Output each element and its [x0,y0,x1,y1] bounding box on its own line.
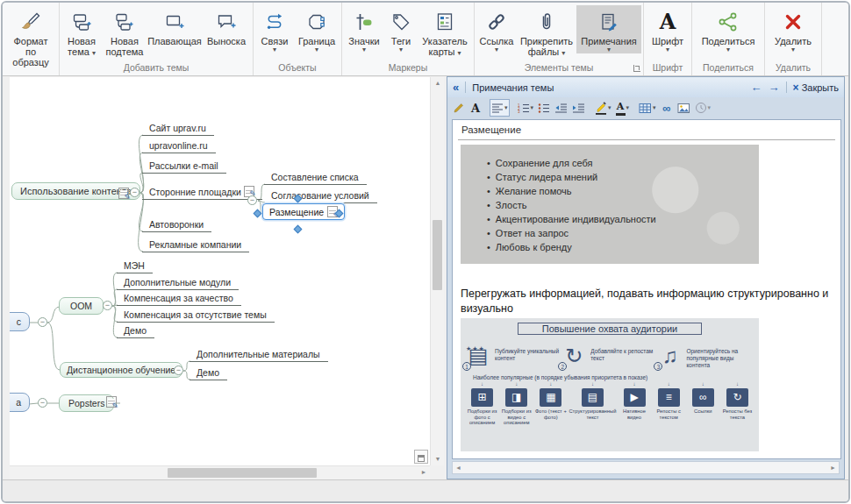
format-painter-icon[interactable] [451,99,467,117]
collapse-toggle[interactable]: − [38,317,47,327]
fit-map-icon [418,455,425,462]
new-subtopic-button[interactable]: Новая подтема [102,5,147,58]
attach-files-button[interactable]: Прикрепить файлы ▾ [517,5,576,60]
dropdown-caret-icon: ▾ [298,46,335,53]
format-painter-label: Формат по образцу [12,36,48,67]
close-icon: × [793,82,799,94]
collapse-toggle[interactable]: − [174,366,183,375]
font-color-icon[interactable]: A▾ [614,99,632,117]
scroll-left-arrow[interactable]: ◄ [455,465,461,471]
nav-forward-icon[interactable]: → [769,81,780,94]
floating-topic-label: Плавающая [147,36,202,46]
collapse-toggle[interactable]: − [38,398,47,408]
note-editor[interactable]: Размещение •Сохранение для себя •Статус … [452,119,841,459]
dropdown-caret-icon: ▾ [652,46,683,53]
infographic-title: Повышение охвата аудитории [518,323,702,335]
topic-notes-icon[interactable] [118,188,129,199]
close-panel-button[interactable]: × Закрыть [793,82,839,94]
fit-map-button[interactable] [414,450,428,464]
repost-no-text-icon: ↻ [726,388,748,407]
topic-list-making[interactable]: Составление списка [264,172,367,185]
floating-topic-button[interactable]: Плавающая [147,5,202,47]
topic-notes-icon[interactable] [106,396,117,408]
topic-modules[interactable]: Дополнительные модули [117,277,239,290]
topic-materials[interactable]: Дополнительные материалы [190,349,328,362]
topic-comp-no-topic[interactable]: Компенсация за отсутствие темы [117,309,275,323]
dropdown-caret-icon: ▾ [561,49,565,57]
new-topic-button[interactable]: Новая тема ▾ [61,5,102,60]
repost-with-text-icon: ≡ [658,388,680,407]
topic-upravonline[interactable]: upravonline.ru [142,140,216,153]
note-image-infographic: Повышение охвата аудитории ★★★▤1 Публику… [461,318,759,451]
outdent-icon[interactable] [553,99,569,117]
native-video-icon: ▶ [624,388,646,407]
scroll-up-arrow[interactable]: ▲ [431,77,445,89]
topic-ads[interactable]: Рекламные компании [142,239,249,252]
stars-icon: ★★★ [466,337,485,361]
topic-third-party[interactable]: Сторонние площадки [142,186,262,200]
relationships-button[interactable]: Связи▾ [255,5,294,53]
timestamp-icon[interactable]: ▾ [693,99,713,117]
topic-site[interactable]: Сайт uprav.ru [142,123,214,136]
topic-distance-learning[interactable]: Дистанционное обучение [60,362,182,378]
repost-text-icon: ↻2 [561,344,586,368]
group-label-empty [4,68,57,75]
divider [786,82,787,93]
ribbon-group-objects: Связи▾ Граница▾ Объекты [254,3,342,75]
map-index-button[interactable]: Указатель карты ▾ [418,5,472,60]
topic-men[interactable]: МЭН [117,260,153,273]
scroll-down-arrow[interactable]: ▼ [431,453,445,465]
topic-main-cut-2[interactable]: а [10,393,30,412]
topic-funnels[interactable]: Автоворонки [142,219,211,232]
topic-terms[interactable]: Согласование условий [264,190,377,203]
publish-content-icon: ★★★▤1 [466,344,490,368]
tags-button[interactable]: Теги▾ [384,5,418,53]
callout-label: Выноска [207,36,246,46]
divider [465,82,466,93]
new-subtopic-label: Новая подтема [106,36,144,57]
table-icon[interactable]: ▾ [637,99,658,117]
collapse-toggle[interactable]: − [247,195,257,205]
dropdown-caret-icon: ▾ [92,49,96,57]
font-dialog-icon[interactable]: A [468,99,483,117]
align-icon[interactable]: ▾ [490,99,510,117]
highlight-icon[interactable]: ▾ [593,99,613,117]
markers-icons-button[interactable]: Значки▾ [344,5,384,53]
nav-back-icon[interactable]: ← [751,81,762,94]
insert-link-icon[interactable]: ∞ [659,99,675,117]
topic-placement-selected[interactable]: Размещение [262,203,345,220]
notes-horizontal-scrollbar[interactable]: ◄ ► [452,461,840,474]
boundary-button[interactable]: Граница▾ [294,5,340,53]
collapse-toggle[interactable]: − [103,301,112,310]
canvas-vertical-scrollbar[interactable]: ▲ ▼ [430,77,444,465]
topic-demo-oom[interactable]: Демо [117,325,154,338]
callout-button[interactable]: Выноска [202,5,251,47]
bullet-list-icon[interactable] [536,99,552,117]
indent-icon[interactable] [570,99,587,117]
scroll-right-arrow[interactable]: ► [830,465,836,471]
vertical-scroll-thumb[interactable] [433,220,442,290]
format-painter-button[interactable]: Формат по образцу [4,5,57,68]
font-button[interactable]: A Шрифт▾ [646,5,690,53]
collapse-panel-icon[interactable]: « [453,81,459,94]
topic-email[interactable]: Рассылки e-mail [142,160,226,174]
numbered-list-icon[interactable]: 123▾ [516,99,536,117]
topic-demo-distance[interactable]: Демо [190,367,227,380]
new-topic-icon [71,8,92,36]
topic-main-cut-1[interactable]: с [10,312,30,331]
link-button[interactable]: Ссылка▾ [476,5,517,53]
scroll-right-arrow[interactable]: ► [418,466,430,479]
new-subtopic-icon [114,8,135,36]
map-canvas[interactable]: Использование контента Сайт uprav.ru upr… [10,77,430,465]
topic-comp-quality[interactable]: Компенсация за качество [117,293,241,306]
dropdown-caret-icon: ▾ [581,46,637,53]
horizontal-scroll-thumb[interactable] [168,468,317,478]
notes-button[interactable]: Примечания▾ [576,5,641,53]
insert-image-icon[interactable] [676,99,692,117]
collapse-toggle[interactable]: − [130,188,139,197]
dialog-launcher-icon[interactable] [633,65,640,72]
delete-button[interactable]: Удалить▾ [767,5,819,53]
canvas-horizontal-scrollbar[interactable]: ► [10,465,430,479]
share-button[interactable]: Поделиться▾ [694,5,762,53]
topic-oom[interactable]: ООМ [59,297,104,315]
